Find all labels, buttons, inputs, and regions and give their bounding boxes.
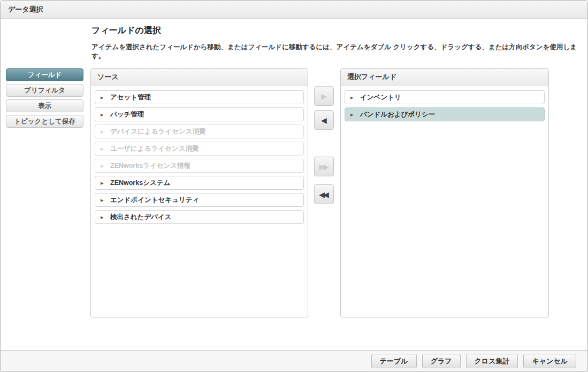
move-left-button[interactable]: ◀	[314, 110, 334, 130]
source-item-label: エンドポイントセキュリティ	[110, 196, 199, 205]
expand-caret-icon	[350, 111, 360, 118]
selected-item-label: バンドルおよびポリシー	[360, 110, 435, 119]
selected-fields-list: インベントリ バンドルおよびポリシー	[341, 86, 548, 129]
source-item-label: ZENworksシステム	[110, 179, 170, 188]
footer-bar: テーブル グラフ クロス集計 キャンセル	[1, 350, 587, 371]
source-item-endpoint-security[interactable]: エンドポイントセキュリティ	[95, 193, 304, 207]
move-all-left-button[interactable]: ◀◀	[314, 184, 334, 204]
step-button-prefilter[interactable]: プリフィルタ	[6, 84, 83, 97]
chart-button[interactable]: グラフ	[422, 354, 461, 368]
step-button-display[interactable]: 表示	[6, 99, 83, 112]
data-selection-dialog: データ選択 フィールドの選択 アイテムを選択されたフィールドから移動、またはフィ…	[0, 0, 588, 372]
expand-caret-icon	[101, 162, 110, 169]
selected-fields-panel-header: 選択フィールド	[341, 69, 548, 86]
selected-item-bundles-and-policies[interactable]: バンドルおよびポリシー	[345, 107, 545, 121]
expand-caret-icon	[101, 111, 110, 118]
move-all-right-button: ◀◀	[314, 157, 334, 176]
crosstab-button[interactable]: クロス集計	[466, 354, 518, 368]
cancel-button[interactable]: キャンセル	[523, 354, 576, 368]
source-item-zenworks-system[interactable]: ZENworksシステム	[95, 176, 304, 190]
page-description: アイテムを選択されたフィールドから移動、またはフィールドに移動するには、アイテム…	[91, 43, 578, 61]
move-left-icon: ◀	[321, 116, 325, 125]
move-all-left-icon: ◀◀	[319, 190, 327, 199]
source-item-zenworks-license-info: ZENworksライセンス情報	[95, 159, 304, 173]
selected-item-inventory[interactable]: インベントリ	[345, 90, 545, 104]
source-item-license-by-device: デバイスによるライセンス消費	[95, 125, 304, 138]
source-item-asset-management[interactable]: アセット管理	[95, 90, 304, 104]
source-item-license-by-user: ユーザによるライセンス消費	[95, 142, 304, 156]
selected-fields-panel: 選択フィールド インベントリ バンドルおよびポリシー	[340, 68, 549, 317]
move-right-button: ◀	[314, 86, 334, 106]
page-title: フィールドの選択	[91, 25, 161, 36]
source-item-patch-management[interactable]: パッチ管理	[95, 107, 304, 121]
dialog-title: データ選択	[1, 1, 587, 19]
source-panel-header: ソース	[91, 69, 308, 86]
source-item-label: 検出されたデバイス	[110, 213, 172, 222]
expand-caret-icon	[101, 145, 110, 152]
expand-caret-icon	[101, 179, 110, 187]
expand-caret-icon	[101, 94, 110, 101]
expand-caret-icon	[101, 196, 110, 204]
source-panel: ソース アセット管理 パッチ管理 デバイスによるライセンス消費 ユーザによるライ…	[90, 68, 308, 317]
step-button-fields[interactable]: フィールド	[6, 68, 83, 81]
source-item-label: パッチ管理	[110, 110, 144, 119]
move-right-icon: ◀	[323, 92, 327, 100]
expand-caret-icon	[350, 94, 360, 101]
selected-item-label: インベントリ	[360, 93, 401, 102]
source-item-label: アセット管理	[110, 93, 151, 102]
move-all-right-icon: ◀◀	[320, 162, 329, 171]
source-item-discovered-devices[interactable]: 検出されたデバイス	[95, 210, 304, 224]
source-item-label: デバイスによるライセンス消費	[110, 127, 206, 136]
expand-caret-icon	[101, 128, 110, 135]
source-item-label: ZENworksライセンス情報	[110, 161, 190, 170]
source-item-label: ユーザによるライセンス消費	[110, 144, 198, 153]
table-button[interactable]: テーブル	[371, 354, 417, 368]
step-button-save-as-topic[interactable]: トピックとして保存	[6, 115, 83, 128]
expand-caret-icon	[101, 213, 110, 221]
source-list: アセット管理 パッチ管理 デバイスによるライセンス消費 ユーザによるライセンス消…	[91, 86, 308, 232]
